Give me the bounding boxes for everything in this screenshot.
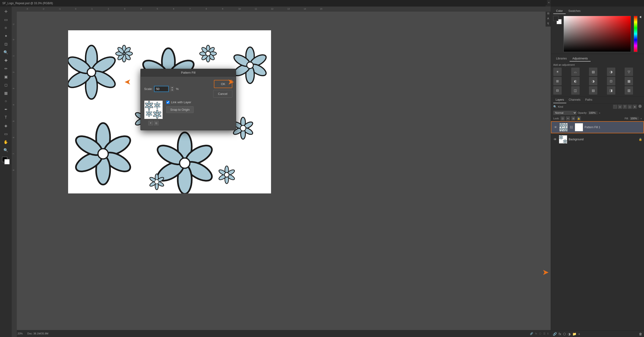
adj-exposure-icon[interactable]: ◑ [607, 68, 615, 76]
lock-all-button[interactable]: 🔒 [576, 116, 581, 120]
filter-pixel-icon[interactable]: ⬛ [613, 105, 617, 109]
background-color[interactable] [4, 159, 10, 164]
layer-pattern-fill-1[interactable]: 👁 [551, 121, 644, 133]
foreground-background-colors[interactable] [2, 157, 10, 164]
filter-shape-icon[interactable]: ◻ [628, 105, 632, 109]
cancel-button[interactable]: Cancel [213, 90, 232, 98]
adj-invert-icon[interactable]: ◫ [571, 86, 580, 95]
svg-rect-20 [12, 12, 17, 337]
layers-delete-icon[interactable]: 🗑 [639, 332, 642, 336]
layer-visibility-pattern[interactable]: 👁 [553, 125, 558, 130]
move-tool[interactable]: ✛ [2, 8, 10, 15]
adj-brightness-icon[interactable]: ☀ [553, 68, 562, 76]
adj-gradient-map-icon[interactable]: ▥ [625, 86, 633, 95]
status-info-icon[interactable]: ℹ [548, 332, 548, 335]
snap-to-origin-button[interactable]: Snap to Origin [166, 106, 194, 113]
filter-smart-icon[interactable]: ★ [632, 105, 637, 109]
filter-type-icon[interactable]: T [623, 105, 627, 109]
layers-list: 👁 [551, 121, 644, 331]
scale-up-button[interactable]: ▲ [170, 86, 174, 89]
tab-channels[interactable]: Channels [566, 97, 583, 103]
status-fx-icon[interactable]: fx [535, 332, 537, 335]
blend-mode-select[interactable]: Normal [553, 111, 576, 115]
gradient-tool[interactable]: ▦ [2, 89, 10, 97]
fill-input[interactable] [630, 117, 639, 120]
tab-paths[interactable]: Paths [583, 97, 595, 103]
type-icon[interactable]: A [546, 16, 550, 20]
adj-levels-icon[interactable]: ▤ [589, 68, 597, 76]
filter-toggle[interactable] [638, 105, 642, 108]
properties-icon[interactable]: ⊟ [546, 11, 550, 15]
select-tool[interactable]: ▭ [2, 16, 10, 23]
lock-position-button[interactable]: ✏ [566, 116, 570, 120]
adj-vibrance-icon[interactable]: ▽ [625, 68, 633, 76]
tab-swatches[interactable]: Swatches [566, 8, 583, 14]
main-layout: ✛ ▭ ⌾ ✦ ⊡ 🔍 ✚ ✏ ▣ ◻ ▦ ○ ✒ T ◈ ▭ ✋ 🔍 -3 - [0, 6, 644, 337]
hand-tool[interactable]: ✋ [2, 138, 10, 146]
layers-link-icon[interactable]: 🔗 [553, 332, 557, 336]
foreground-swatch[interactable] [553, 16, 558, 21]
layers-folder-icon[interactable]: 📁 [572, 332, 576, 336]
magic-wand-tool[interactable]: ✦ [2, 32, 10, 40]
lasso-tool[interactable]: ⌾ [2, 24, 10, 31]
pen-tool[interactable]: ✒ [2, 106, 10, 113]
svg-point-98 [240, 125, 246, 131]
svg-point-84 [180, 158, 190, 168]
opacity-slider-icon[interactable]: ◂ [599, 111, 600, 114]
dodge-tool[interactable]: ○ [2, 97, 10, 105]
zoom-tool[interactable]: 🔍 [2, 146, 10, 154]
path-select-tool[interactable]: ◈ [2, 122, 10, 129]
adj-posterize-icon[interactable]: ▤ [589, 86, 597, 95]
color-gradient-picker[interactable] [564, 16, 631, 52]
hue-slider[interactable] [634, 16, 638, 52]
opacity-input[interactable] [588, 111, 598, 114]
layers-adjustment-icon[interactable]: ◑ [568, 332, 570, 336]
para-icon[interactable]: ¶ [546, 21, 550, 26]
adj-channel-mixer-icon[interactable]: ▦ [625, 77, 633, 85]
svg-point-70 [206, 51, 210, 56]
layers-mask-icon[interactable]: ⬡ [563, 332, 566, 336]
color-panel: Color Swatches [551, 6, 644, 54]
fill-slider-icon[interactable]: ◂ [640, 117, 642, 120]
lock-pixels-button[interactable]: ⊡ [560, 116, 565, 120]
eraser-tool[interactable]: ◻ [2, 81, 10, 89]
canvas-scroll[interactable]: Pattern Fill Scale: ▲ ▼ % OK Cancel [17, 12, 551, 330]
status-link-icon[interactable]: 🔗 [530, 332, 533, 335]
filter-adj-icon[interactable]: ⊙ [618, 105, 622, 109]
tab-layers[interactable]: Layers [553, 97, 566, 103]
svg-text:8: 8 [12, 169, 15, 171]
pattern-link-button[interactable]: ⛓ [154, 121, 158, 125]
adj-photo-filter-icon[interactable]: ⊡ [607, 77, 615, 85]
adj-hsl-icon[interactable]: ⊞ [553, 77, 562, 85]
tab-color[interactable]: Color [553, 8, 566, 14]
tab-libraries[interactable]: Libraries [553, 56, 570, 61]
status-mask-icon[interactable]: ⬡ [539, 332, 541, 335]
layers-fx-icon[interactable]: fx [559, 332, 561, 336]
layer-background[interactable]: 👁 [551, 133, 644, 145]
dialog-title: Pattern Fill [141, 69, 236, 76]
adj-color-lookup-icon[interactable]: ⊟ [553, 86, 562, 95]
pattern-dropdown[interactable]: ▼ [148, 121, 153, 125]
clone-stamp-tool[interactable]: ▣ [2, 73, 10, 80]
left-tool-panel: ✛ ▭ ⌾ ✦ ⊡ 🔍 ✚ ✏ ▣ ◻ ▦ ○ ✒ T ◈ ▭ ✋ 🔍 [0, 6, 12, 337]
adj-curves-icon[interactable]: ⌓ [571, 68, 580, 76]
lock-artboard-button[interactable]: ⊞ [571, 116, 576, 120]
eyedropper-tool[interactable]: 🔍 [2, 48, 10, 56]
adj-threshold-icon[interactable]: ◨ [607, 86, 615, 95]
brush-tool[interactable]: ✏ [2, 65, 10, 72]
shape-tool[interactable]: ▭ [2, 130, 10, 137]
layers-new-icon[interactable]: + [578, 332, 580, 336]
scale-down-button[interactable]: ▼ [170, 89, 174, 91]
layer-visibility-background[interactable]: 👁 [553, 137, 558, 142]
status-layer-icon[interactable]: ☰ [543, 332, 546, 335]
healing-brush-tool[interactable]: ✚ [2, 57, 10, 64]
svg-text:5: 5 [12, 120, 15, 122]
hue-slider-arrow[interactable] [639, 16, 642, 18]
crop-tool[interactable]: ⊡ [2, 40, 10, 48]
adj-bw-icon[interactable]: ◑ [589, 77, 597, 85]
type-tool[interactable]: T [2, 114, 10, 121]
adj-color-balance-icon[interactable]: ◐ [571, 77, 580, 85]
link-with-layer-checkbox[interactable] [166, 101, 170, 104]
scale-input[interactable] [154, 86, 168, 92]
tab-adjustments[interactable]: Adjustments [570, 56, 590, 61]
